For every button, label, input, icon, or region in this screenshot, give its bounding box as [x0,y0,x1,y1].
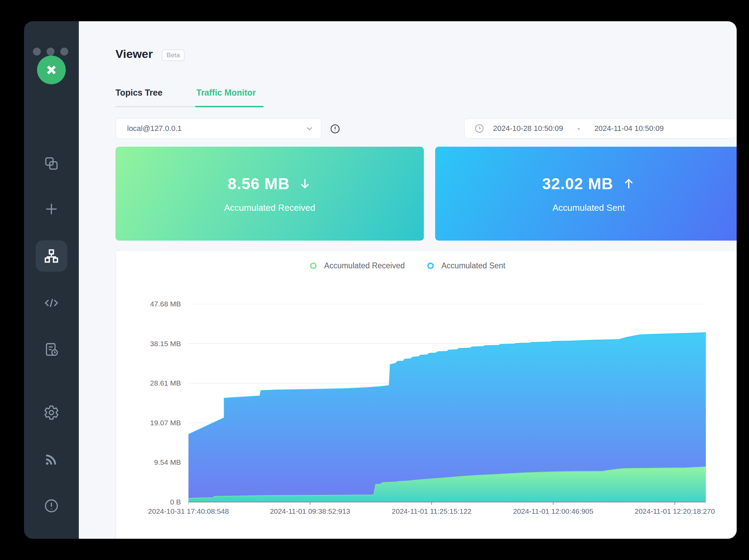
x-tick-label: 2024-10-31 17:40:08:548 [123,507,254,515]
y-tick-label: 47.68 MB [130,300,181,308]
mqttx-logo [37,56,66,84]
traffic-light-zoom-icon[interactable] [60,48,68,56]
date-range-start[interactable]: 2024-10-28 10:50:09 [493,124,563,133]
app-window: Viewer Beta Topics Tree Traffic Monitor … [24,21,737,539]
sent-value: 32.02 MB [542,174,613,193]
received-value: 8.56 MB [228,174,290,193]
script-icon[interactable] [36,287,67,319]
legend-ring-icon [427,263,434,269]
tab-active-underline [195,106,263,107]
chart-legend: Accumulated ReceivedAccumulated Sent [79,261,737,270]
x-tick-label: 2024-11-01 12:00:46:905 [488,507,618,515]
date-range-separator: - [577,124,580,133]
legend-label: Accumulated Sent [441,261,505,270]
log-icon[interactable] [36,334,67,365]
y-tick-label: 9.54 MB [130,458,181,467]
sidebar [24,21,79,539]
new-connection-icon[interactable] [36,193,67,225]
y-tick-label: 38.15 MB [130,339,181,348]
x-tick-label: 2024-11-01 12:20:18:270 [610,507,737,515]
connection-select-value: local@127.0.0.1 [127,124,305,133]
alert-circle-icon[interactable] [330,124,340,134]
up-arrow-icon [622,177,635,190]
date-range-picker[interactable]: 2024-10-28 10:50:09 - 2024-11-04 10:50:0… [464,119,737,138]
traffic-area-chart[interactable] [188,304,706,506]
tab-topics-tree[interactable]: Topics Tree [115,88,162,98]
sent-label: Accumulated Sent [552,203,625,213]
chevron-down-icon [305,124,314,133]
x-tick-label: 2024-11-01 11:25:15:122 [367,507,497,515]
page-title: Viewer [115,47,153,61]
down-arrow-icon [298,177,311,190]
legend-label: Accumulated Received [324,261,405,270]
traffic-light-minimize-icon[interactable] [47,48,54,56]
y-tick-label: 28.61 MB [130,379,181,388]
screen: Viewer Beta Topics Tree Traffic Monitor … [0,0,749,560]
y-tick-label: 0 B [130,498,181,507]
connection-select[interactable]: local@127.0.0.1 [115,118,321,139]
about-icon[interactable] [36,490,67,522]
legend-item[interactable]: Accumulated Sent [427,261,505,270]
connections-icon[interactable] [36,148,67,179]
tab-traffic-monitor[interactable]: Traffic Monitor [196,88,256,98]
clock-icon [474,123,484,134]
accumulated-received-card: 8.56 MB Accumulated Received [115,147,424,241]
main-content: Viewer Beta Topics Tree Traffic Monitor … [79,21,737,539]
y-tick-label: 19.07 MB [130,418,181,427]
received-label: Accumulated Received [224,203,315,213]
tab-underline-track [115,106,195,107]
broadcast-icon[interactable] [36,443,67,475]
accumulated-sent-card: 32.02 MB Accumulated Sent [435,147,737,241]
legend-item[interactable]: Accumulated Received [310,261,405,270]
viewer-tree-icon[interactable] [36,240,67,272]
x-tick-label: 2024-11-01 09:38:52:913 [245,507,375,515]
traffic-light-close-icon[interactable] [33,48,41,56]
settings-icon[interactable] [36,397,67,428]
beta-badge: Beta [162,49,185,61]
date-range-end[interactable]: 2024-11-04 10:50:09 [594,124,664,133]
legend-ring-icon [310,263,317,269]
